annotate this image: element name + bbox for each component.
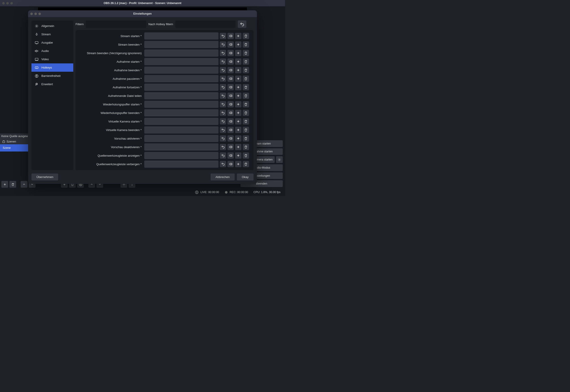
sidebar-item-audio[interactable]: Audio [31, 47, 73, 55]
hotkey-clear-button[interactable] [227, 135, 234, 142]
hotkey-undo-button[interactable] [220, 50, 226, 56]
hotkey-input[interactable] [144, 84, 219, 91]
hotkey-input[interactable] [144, 152, 219, 159]
hotkey-remove-button[interactable] [243, 135, 249, 142]
hotkey-add-button[interactable] [235, 144, 241, 150]
hotkey-input[interactable] [144, 41, 219, 48]
hotkey-add-button[interactable] [235, 93, 241, 99]
hotkey-undo-button[interactable] [220, 93, 226, 99]
hotkey-add-button[interactable] [235, 152, 241, 159]
hotkey-remove-button[interactable] [243, 118, 249, 125]
hotkey-undo-button[interactable] [220, 144, 226, 150]
hotkey-undo-button[interactable] [220, 75, 226, 82]
reset-filters-button[interactable] [238, 20, 246, 28]
hotkey-input[interactable] [144, 135, 219, 142]
hotkey-remove-button[interactable] [243, 33, 249, 39]
hotkey-undo-button[interactable] [220, 161, 226, 167]
hotkey-input[interactable] [144, 101, 219, 108]
hotkey-input[interactable] [144, 58, 219, 65]
hotkey-add-button[interactable] [235, 135, 241, 142]
hotkey-remove-button[interactable] [243, 58, 249, 65]
hotkey-undo-button[interactable] [220, 33, 226, 39]
hotkey-add-button[interactable] [235, 101, 241, 107]
hotkey-add-button[interactable] [235, 161, 241, 167]
hotkey-remove-button[interactable] [243, 161, 249, 167]
dialog-minimize-button[interactable] [34, 13, 37, 15]
sidebar-item-accessibility[interactable]: Barrierefreiheit [31, 72, 73, 80]
hotkey-input[interactable] [144, 49, 219, 57]
hotkey-add-button[interactable] [235, 50, 241, 56]
hotkey-input[interactable] [144, 75, 219, 82]
hotkey-clear-button[interactable] [227, 50, 234, 56]
filter-input[interactable] [86, 20, 146, 28]
hotkey-undo-button[interactable] [220, 110, 226, 116]
hotkey-input[interactable] [144, 160, 219, 168]
hotkey-clear-button[interactable] [227, 152, 234, 159]
hotkey-remove-button[interactable] [243, 84, 249, 90]
hotkey-clear-button[interactable] [227, 161, 234, 167]
hotkey-clear-button[interactable] [227, 144, 234, 150]
hotkey-remove-button[interactable] [243, 144, 249, 150]
hotkey-clear-button[interactable] [227, 41, 234, 48]
dialog-close-button[interactable] [30, 13, 33, 15]
hotkey-undo-button[interactable] [220, 58, 226, 65]
hotkey-remove-button[interactable] [243, 101, 249, 107]
sidebar-item-output[interactable]: Ausgabe [31, 38, 73, 47]
hotkey-remove-button[interactable] [243, 93, 249, 99]
hotkey-undo-button[interactable] [220, 41, 226, 48]
hotkey-input[interactable] [144, 143, 219, 151]
hotkey-clear-button[interactable] [227, 101, 234, 107]
hotkey-remove-button[interactable] [243, 75, 249, 82]
hotkey-input[interactable] [144, 32, 219, 40]
hotkey-clear-button[interactable] [227, 33, 234, 39]
hotkey-clear-button[interactable] [227, 127, 234, 133]
hotkey-undo-button[interactable] [220, 152, 226, 159]
sidebar-item-stream[interactable]: Stream [31, 30, 73, 38]
hotkey-remove-button[interactable] [243, 41, 249, 48]
hotkey-remove-button[interactable] [243, 127, 249, 133]
hotkey-input[interactable] [144, 92, 219, 99]
hotkey-clear-button[interactable] [227, 75, 234, 82]
settings-dialog: Einstellungen AllgemeinStreamAusgabeAudi… [28, 10, 257, 184]
hotkey-clear-button[interactable] [227, 58, 234, 65]
sidebar-item-hotkeys[interactable]: Hotkeys [31, 63, 73, 72]
hotkey-input[interactable] [144, 109, 219, 116]
hotkey-add-button[interactable] [235, 110, 241, 116]
hotkey-undo-button[interactable] [220, 101, 226, 107]
hotkey-clear-button[interactable] [227, 93, 234, 99]
hotkeys-list[interactable]: Stream starten *Stream beenden *Stream b… [78, 32, 252, 168]
dialog-maximize-button[interactable] [39, 13, 41, 15]
hotkey-input[interactable] [144, 126, 219, 134]
hotkey-remove-button[interactable] [243, 67, 249, 73]
sidebar-item-video[interactable]: Video [31, 55, 73, 63]
cancel-button[interactable]: Abbrechen [211, 173, 235, 181]
ok-button[interactable]: Okay [237, 173, 253, 181]
hotkey-add-button[interactable] [235, 58, 241, 65]
hotkey-add-button[interactable] [235, 33, 241, 39]
hotkey-input[interactable] [144, 67, 219, 74]
sidebar-item-advanced[interactable]: Erweitert [31, 80, 73, 88]
hotkey-add-button[interactable] [235, 127, 241, 133]
hotkey-input[interactable] [144, 118, 219, 125]
hotkey-remove-button[interactable] [243, 110, 249, 116]
hotkey-add-button[interactable] [235, 75, 241, 82]
hotkey-undo-button[interactable] [220, 84, 226, 90]
hotkey-undo-button[interactable] [220, 135, 226, 142]
hotkey-clear-button[interactable] [227, 84, 234, 90]
sidebar-item-general[interactable]: Allgemein [31, 22, 73, 30]
hotkey-add-button[interactable] [235, 41, 241, 48]
hotkey-add-button[interactable] [235, 118, 241, 125]
hotkey-undo-button[interactable] [220, 118, 226, 125]
filter-hotkey-input[interactable] [175, 20, 236, 28]
hotkey-add-button[interactable] [235, 84, 241, 90]
hotkey-row: Stream starten * [78, 32, 249, 40]
hotkey-clear-button[interactable] [227, 67, 234, 73]
hotkey-clear-button[interactable] [227, 110, 234, 116]
apply-button[interactable]: Übernehmen [31, 173, 58, 181]
hotkey-remove-button[interactable] [243, 50, 249, 56]
hotkey-add-button[interactable] [235, 67, 241, 73]
hotkey-remove-button[interactable] [243, 152, 249, 159]
hotkey-clear-button[interactable] [227, 118, 234, 125]
hotkey-undo-button[interactable] [220, 127, 226, 133]
hotkey-undo-button[interactable] [220, 67, 226, 73]
